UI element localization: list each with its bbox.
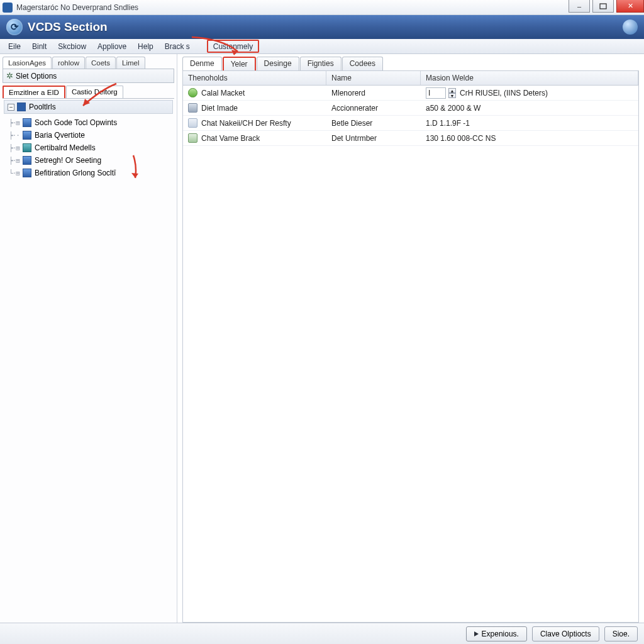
left-subtab-castio[interactable]: Castio Deltorg [66,86,123,98]
left-tabs: LasionAges rohlow Coets Limel [3,57,177,69]
cell-input[interactable]: I [426,87,446,99]
folder-icon [17,103,26,111]
left-tab-lasionages[interactable]: LasionAges [3,57,52,69]
cell: Chat Vame Brack [201,134,260,143]
left-pane: LasionAges rohlow Coets Limel ✲ Slet Opt… [0,54,177,623]
cell: Diet Imade [201,104,238,113]
table-row[interactable]: Chat Vame Brack Det Untrmber 130 1.60 00… [183,131,638,146]
cell: Mlenorerd [331,89,365,97]
menu-help[interactable]: Help [132,39,159,53]
node-icon [23,156,31,165]
app-icon [3,3,13,13]
section-title: VCDS Section [28,20,108,34]
stepper[interactable]: ▲▼ [448,88,456,98]
menu-skcbiow[interactable]: Skcbiow [52,39,92,53]
menu-bracks[interactable]: Brack s [159,39,196,53]
gear-icon: ✲ [6,71,13,80]
right-tab-fignties[interactable]: Fignties [300,57,341,70]
bottom-bar: Expenious. Clave Olptiocts Sioe. [0,623,644,644]
table-row[interactable]: Diet Imade Accionnerater a50 & 2000 & W [183,101,638,116]
cell: Det Untrmber [331,134,377,143]
left-tab-rohlow[interactable]: rohlow [52,57,85,69]
expenious-button[interactable]: Expenious. [466,626,527,641]
row-icon [188,88,197,97]
chevron-down-icon[interactable]: ▼ [448,93,456,98]
app-header: ⟳ VCDS Section [0,15,644,39]
table: Thenoholds Name Masion Welde Calal Macke… [182,70,639,623]
logo-icon: ⟳ [6,19,23,35]
tree-item-label: Soch Gode Tocl Opwints [35,118,117,127]
node-icon [23,131,31,140]
cell: a50 & 2000 & W [426,104,480,113]
chevron-up-icon[interactable]: ▲ [448,88,456,93]
header-right-icon[interactable] [623,19,638,35]
tree-item[interactable]: └·⊞ Befitiration Grlong Socltī [9,167,173,179]
maximize-button[interactable] [592,0,614,13]
menu-custonmely[interactable]: Custonmely [207,40,259,53]
menubar: Eile Binlt Skcbiow Appliove Help Brack s… [0,39,644,54]
tree-item[interactable]: ┝·⊞ Setregh! Or Seeting [9,154,173,167]
right-pane: Denme Yeler Desinge Fignties Codees Then… [177,54,644,623]
col-name[interactable]: Name [326,71,421,85]
tree-item[interactable]: ┝·⊞ Soch Gode Tocl Opwints [9,116,173,129]
table-row[interactable]: Chat Nakeii/CH Der Resfty Betle Dieser 1… [183,116,638,131]
row-icon [188,118,197,128]
node-icon [23,118,31,127]
tree-branch-icon: ┝·⊞ [9,157,23,165]
left-toolbar: ✲ Slet Options [3,69,174,83]
tree-root[interactable]: – Pooltlrls [4,100,173,114]
tree-branch-icon: ┝·⊞ [9,144,23,152]
left-subtab-emzitlner[interactable]: Emzitlner a EID [3,86,65,98]
window-titlebar: Magerstaróc No Deverprand Sndlies – ✕ [0,0,644,15]
node-icon [23,169,31,177]
cell: 1.D 1.1.9F -1 [426,119,470,128]
sioe-button[interactable]: Sioe. [604,626,638,641]
table-header: Thenoholds Name Masion Welde [183,71,638,86]
node-icon [23,143,31,152]
menu-appliove[interactable]: Appliove [92,39,132,53]
col-thenoholds[interactable]: Thenoholds [183,71,326,85]
right-tab-yeler[interactable]: Yeler [223,57,256,70]
tree-branch-icon: ┝·⊞ [9,119,23,127]
tree-branch-icon: ┝·· [9,131,23,140]
tree: – Pooltlrls ┝·⊞ Soch Gode Tocl Opwints ┝… [4,100,173,179]
window-title: Magerstaróc No Deverprand Sndlies [16,3,138,12]
row-icon [188,103,197,113]
tree-root-label: Pooltlrls [29,103,56,111]
clave-olptiocts-button[interactable]: Clave Olptiocts [532,626,599,641]
cell: Chat Nakeii/CH Der Resfty [201,119,291,128]
tree-item-label: Setregh! Or Seeting [35,156,101,165]
right-tabs: Denme Yeler Desinge Fignties Codees [182,57,644,70]
expand-icon[interactable]: – [8,104,14,111]
table-row[interactable]: Calal Macket Mlenorerd I ▲▼ CrH RlUSEl, … [183,86,638,101]
left-subtabs: Emzitlner a EID Castio Deltorg [3,86,174,99]
left-tab-limel[interactable]: Limel [116,57,145,69]
col-masion-welde[interactable]: Masion Welde [421,71,638,85]
cell: 130 1.60 008-CC NS [426,134,496,143]
tree-item-label: Baria Qvertiote [35,131,85,140]
tree-item-label: Certibalrd Medells [35,143,96,152]
right-tab-denme[interactable]: Denme [182,57,222,70]
tree-item[interactable]: ┝·· Baria Qvertiote [9,129,173,142]
menu-file[interactable]: Eile [3,39,26,53]
right-tab-desinge[interactable]: Desinge [257,57,299,70]
close-button[interactable]: ✕ [616,0,644,13]
tree-item[interactable]: ┝·⊞ Certibalrd Medells [9,142,173,154]
cell: Betle Dieser [331,119,372,128]
row-icon [188,133,197,143]
tree-item-label: Befitiration Grlong Socltī [35,169,116,177]
cell: Accionnerater [331,104,378,113]
cell: CrH RlUSEl, (IINS Deters) [460,89,548,97]
minimize-button[interactable]: – [569,0,590,13]
right-tab-codees[interactable]: Codees [342,57,383,70]
left-tab-coets[interactable]: Coets [86,57,116,69]
left-toolbar-label: Slet Options [16,72,57,80]
play-icon [474,631,479,636]
tree-branch-icon: └·⊞ [9,169,23,177]
svg-rect-0 [600,4,606,9]
menu-binlt[interactable]: Binlt [26,39,52,53]
cell: Calal Macket [201,89,245,97]
